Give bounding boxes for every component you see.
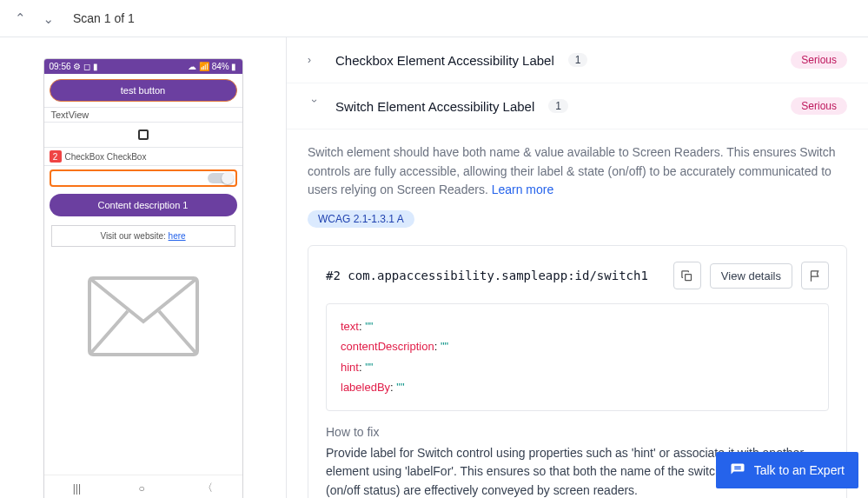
visit-prefix: Visit our website: [100, 231, 168, 241]
visit-link[interactable]: here [169, 231, 186, 241]
checkbox-square-row [44, 123, 242, 148]
checkbox-label: CheckBox CheckBox [65, 152, 147, 162]
issue-row-checkbox[interactable]: › Checkbox Element Accessibility Label 1… [287, 37, 868, 83]
svg-rect-1 [686, 274, 692, 280]
phone-mock: 09:56 ⚙ ◻ ▮ ☁ 📶 84% ▮ test button TextVi… [43, 58, 243, 498]
wcag-badge: WCAG 2.1-1.3.1 A [308, 210, 414, 228]
flag-icon[interactable] [801, 262, 829, 289]
nav-home-icon[interactable]: ○ [139, 482, 145, 495]
severity-badge: Serious [791, 97, 847, 115]
nav-recent-icon[interactable]: ||| [73, 482, 81, 495]
chevron-right-icon[interactable]: › [308, 54, 321, 66]
checkbox-icon[interactable] [138, 129, 149, 140]
status-left: 09:56 ⚙ ◻ ▮ [50, 62, 98, 71]
chevron-down-icon[interactable]: › [308, 99, 321, 113]
howto-title: How to fix [326, 425, 829, 439]
view-details-button[interactable]: View details [710, 263, 792, 289]
visit-box: Visit our website: here [51, 225, 235, 247]
copy-icon[interactable] [673, 262, 701, 289]
phone-navbar: ||| ○ 〈 [44, 475, 242, 498]
issues-pane: › Checkbox Element Accessibility Label 1… [287, 37, 868, 498]
scan-counter: Scan 1 of 1 [73, 11, 135, 25]
status-right: ☁ 📶 84% ▮ [188, 62, 236, 71]
learn-more-link[interactable]: Learn more [492, 183, 554, 196]
talk-to-expert-button[interactable]: Talk to an Expert [716, 452, 858, 488]
chat-icon [730, 462, 745, 478]
next-scan-icon[interactable]: ⌃ [40, 10, 56, 26]
test-button[interactable]: test button [50, 79, 237, 102]
phone-statusbar: 09:56 ⚙ ◻ ▮ ☁ 📶 84% ▮ [44, 59, 242, 74]
main: 09:56 ⚙ ◻ ▮ ☁ 📶 84% ▮ test button TextVi… [0, 37, 868, 498]
nav-back-icon[interactable]: 〈 [202, 481, 213, 495]
severity-badge: Serious [791, 51, 847, 69]
switch-highlight[interactable] [50, 169, 237, 187]
issue-description: Switch element should have both name & v… [287, 129, 868, 207]
topbar: ⌃ ⌃ Scan 1 of 1 [0, 0, 868, 37]
issue-count: 1 [568, 53, 588, 67]
expert-label: Talk to an Expert [754, 463, 845, 477]
content-description-button[interactable]: Content description 1 [50, 194, 237, 216]
detail-header: #2 com.appaccessibility.sampleapp:id/swi… [326, 262, 829, 289]
prev-scan-icon[interactable]: ⌃ [12, 10, 28, 26]
issue-title: Switch Element Accessibility Label [335, 99, 534, 114]
envelope-icon [83, 261, 204, 365]
element-id: #2 com.appaccessibility.sampleapp:id/swi… [326, 269, 665, 282]
issue-count-badge: 2 [50, 150, 62, 163]
envelope-image [44, 252, 242, 475]
issue-count: 1 [548, 99, 568, 113]
code-properties: text: "" contentDescription: "" hint: ""… [326, 303, 829, 411]
textview-label: TextView [44, 107, 242, 123]
issue-title: Checkbox Element Accessibility Label [335, 53, 554, 68]
switch-toggle-icon[interactable] [208, 173, 232, 183]
checkbox-row: 2 CheckBox CheckBox [44, 148, 242, 166]
preview-pane: 09:56 ⚙ ◻ ▮ ☁ 📶 84% ▮ test button TextVi… [0, 37, 287, 498]
issue-row-switch[interactable]: › Switch Element Accessibility Label 1 S… [287, 83, 868, 129]
